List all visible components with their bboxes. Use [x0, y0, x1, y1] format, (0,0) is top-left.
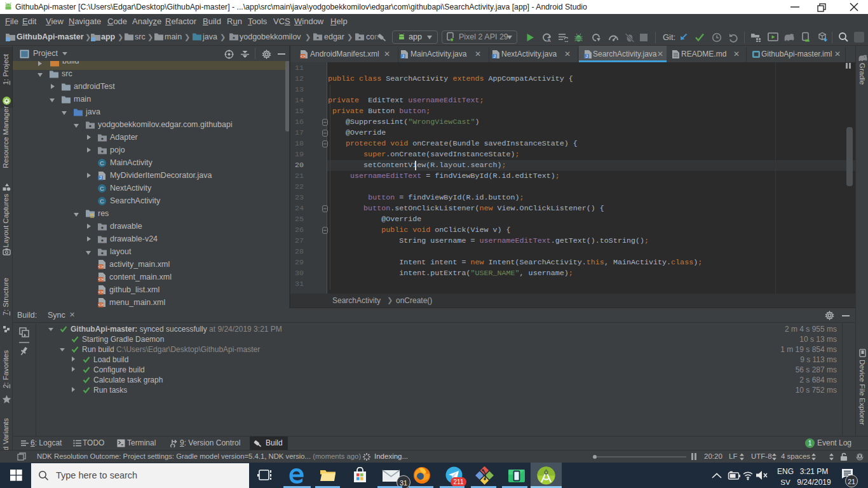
svg-text:J: J: [99, 175, 102, 180]
svg-text:C: C: [100, 185, 104, 192]
svg-text:J: J: [493, 54, 496, 58]
svg-text:A: A: [547, 37, 551, 43]
svg-text:J: J: [585, 54, 588, 58]
svg-text:<>: <>: [98, 277, 103, 282]
svg-text:C: C: [100, 198, 104, 205]
svg-text:<>: <>: [98, 290, 103, 295]
svg-text:J: J: [402, 54, 404, 58]
svg-text:<>: <>: [98, 264, 103, 269]
svg-text:<>: <>: [300, 55, 305, 59]
svg-text:<>: <>: [98, 302, 103, 308]
svg-text:C: C: [100, 159, 104, 166]
